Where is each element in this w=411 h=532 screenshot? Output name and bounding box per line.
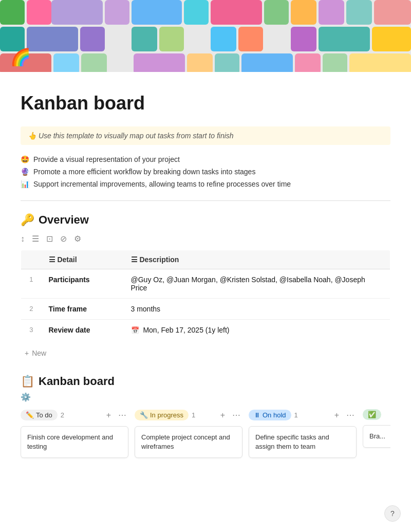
more-onhold[interactable]: ⋯ xyxy=(344,409,357,421)
col-actions-todo: + ⋯ xyxy=(104,409,128,421)
svg-rect-18 xyxy=(211,27,236,51)
card-text-todo-1: Finish core development and testing xyxy=(27,433,113,450)
row-num-1: 1 xyxy=(21,269,42,299)
col-header-done: ✅ xyxy=(363,409,390,420)
feature-icon-1: 🤩 xyxy=(21,155,29,163)
col-actions-inprogress: + ⋯ xyxy=(218,409,242,421)
badge-done-icon: ✅ xyxy=(368,411,376,418)
row-desc-2: 3 months xyxy=(124,299,390,320)
card-text-onhold-1: Define specific tasks and assign them to… xyxy=(255,433,329,450)
badge-inprogress: 🔧 In progress xyxy=(135,410,189,420)
sort-icon[interactable]: ↕ xyxy=(21,234,25,244)
svg-rect-12 xyxy=(374,0,411,25)
badge-onhold: ⏸ On hold xyxy=(249,410,291,420)
badge-done: ✅ xyxy=(363,409,381,420)
overview-table: ☰ Detail ☰ Description 1 Participants @G… xyxy=(21,250,390,341)
kanban-col-todo: ✏️ To do 2 + ⋯ Finish core development a… xyxy=(21,409,128,458)
feature-icon-2: 🔮 xyxy=(21,168,29,176)
settings-icon[interactable]: ⚙ xyxy=(74,234,81,244)
tip-box: 👆 Use this template to visually map out … xyxy=(21,126,390,145)
hide-icon[interactable]: ⊘ xyxy=(60,234,67,244)
row-detail-3: Review date xyxy=(42,320,124,341)
svg-rect-7 xyxy=(211,0,262,25)
svg-rect-9 xyxy=(291,0,316,25)
more-todo[interactable]: ⋯ xyxy=(116,409,128,421)
kanban-col-onhold: ⏸ On hold 1 + ⋯ Define specific tasks an… xyxy=(249,409,357,458)
feature-text-3: Support incremental improvements, allowi… xyxy=(33,180,291,188)
more-inprogress[interactable]: ⋯ xyxy=(230,409,242,421)
badge-inprogress-label: In progress xyxy=(150,411,183,419)
kanban-settings-icon[interactable]: ⚙️ xyxy=(21,393,31,401)
help-icon: ? xyxy=(390,509,395,518)
rainbow-icon: 🌈 xyxy=(10,47,31,67)
kanban-card-inprogress-1[interactable]: Complete project concept and wireframes xyxy=(135,426,242,458)
kanban-toolbar: ⚙️ xyxy=(21,392,390,402)
svg-rect-1 xyxy=(0,0,25,25)
kanban-col-inprogress: 🔧 In progress 1 + ⋯ Complete project con… xyxy=(135,409,242,458)
row-desc-3: 📅 Mon, Feb 17, 2025 (1y left) xyxy=(124,320,390,341)
svg-rect-19 xyxy=(238,27,263,51)
svg-rect-2 xyxy=(27,0,51,25)
review-date-text: Mon, Feb 17, 2025 (1y left) xyxy=(143,326,229,334)
add-card-inprogress[interactable]: + xyxy=(218,410,227,421)
svg-rect-29 xyxy=(241,53,293,72)
kanban-icon: 📋 xyxy=(21,375,34,388)
badge-todo-icon: ✏️ xyxy=(26,411,34,419)
kanban-title: 📋 Kanban board xyxy=(21,375,390,388)
svg-rect-31 xyxy=(323,53,347,72)
svg-rect-16 xyxy=(132,27,157,51)
svg-rect-10 xyxy=(319,0,344,25)
svg-rect-24 xyxy=(53,53,79,72)
table-header-description: ☰ Description xyxy=(124,250,390,269)
kanban-card-onhold-1[interactable]: Define specific tasks and assign them to… xyxy=(249,426,357,458)
help-button[interactable]: ? xyxy=(384,505,401,522)
kanban-card-todo-1[interactable]: Finish core development and testing xyxy=(21,426,128,458)
row-num-2: 2 xyxy=(21,299,42,320)
filter-icon[interactable]: ☰ xyxy=(32,234,39,244)
kanban-card-done-1[interactable]: Bra... xyxy=(363,425,390,448)
row-desc-1: @Guy Oz, @Juan Morgan, @Kristen Solstad,… xyxy=(124,269,390,299)
svg-rect-3 xyxy=(51,0,103,25)
svg-rect-25 xyxy=(81,53,107,72)
table-header-num xyxy=(21,250,42,269)
svg-rect-22 xyxy=(372,27,411,51)
kanban-section: 📋 Kanban board ⚙️ ✏️ To do 2 + ⋯ xyxy=(21,375,390,462)
add-card-todo[interactable]: + xyxy=(104,410,113,421)
feature-item-3: 📊 Support incremental improvements, allo… xyxy=(21,180,390,188)
feature-icon-3: 📊 xyxy=(21,180,29,188)
add-new-label: New xyxy=(32,349,46,357)
col-count-todo: 2 xyxy=(61,411,64,419)
table-row: 3 Review date 📅 Mon, Feb 17, 2025 (1y le… xyxy=(21,320,390,341)
kanban-col-done: ✅ Bra... xyxy=(363,409,390,458)
badge-todo-label: To do xyxy=(36,411,52,419)
overview-title-text: Overview xyxy=(39,213,89,227)
svg-rect-30 xyxy=(295,53,321,72)
main-content: Kanban board 👆 Use this template to visu… xyxy=(0,72,411,483)
header-detail-icon: ☰ xyxy=(49,255,58,264)
kanban-board: ✏️ To do 2 + ⋯ Finish core development a… xyxy=(21,409,390,462)
table-header-detail: ☰ Detail xyxy=(42,250,124,269)
col-header-onhold: ⏸ On hold 1 + ⋯ xyxy=(249,409,357,421)
feature-text-1: Provide a visual representation of your … xyxy=(33,155,180,163)
header-desc-icon: ☰ xyxy=(131,255,140,264)
feature-item-1: 🤩 Provide a visual representation of you… xyxy=(21,155,390,163)
page-banner: 🌈 xyxy=(0,0,411,72)
feature-text-2: Promote a more efficient workflow by bre… xyxy=(33,168,255,176)
svg-rect-11 xyxy=(346,0,372,25)
card-text-done-1: Bra... xyxy=(369,432,385,440)
header-detail-label: Detail xyxy=(57,255,77,264)
badge-todo: ✏️ To do xyxy=(21,410,58,420)
feature-list: 🤩 Provide a visual representation of you… xyxy=(21,155,390,188)
add-card-onhold[interactable]: + xyxy=(332,410,341,421)
overview-section: 🔑 Overview xyxy=(21,213,390,227)
col-count-inprogress: 1 xyxy=(192,411,195,419)
kanban-title-text: Kanban board xyxy=(39,375,115,388)
expand-icon[interactable]: ⊡ xyxy=(46,234,53,244)
overview-icon: 🔑 xyxy=(21,213,34,227)
card-text-inprogress-1: Complete project concept and wireframes xyxy=(141,433,230,450)
col-header-inprogress: 🔧 In progress 1 + ⋯ xyxy=(135,409,242,421)
add-icon: + xyxy=(25,349,29,357)
col-count-onhold: 1 xyxy=(294,411,298,419)
badge-onhold-icon: ⏸ xyxy=(254,411,260,419)
add-new-row[interactable]: + New xyxy=(21,347,390,359)
